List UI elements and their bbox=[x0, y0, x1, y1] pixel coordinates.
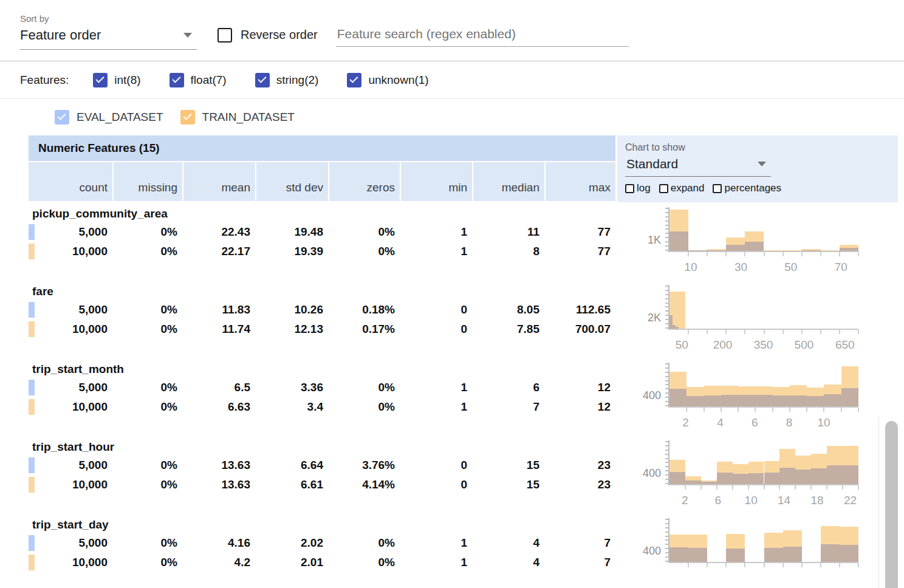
eval-color-chip bbox=[29, 457, 35, 473]
sort-order-select[interactable]: Feature order bbox=[20, 27, 197, 50]
stat-cell: 7 bbox=[544, 536, 615, 550]
x-axis-tick-label: 50 bbox=[784, 261, 797, 274]
x-axis-tick-label: 200 bbox=[713, 338, 733, 352]
histogram-plot[interactable] bbox=[668, 363, 858, 408]
y-axis-label: 400 bbox=[617, 518, 661, 563]
x-axis-tick-label: 650 bbox=[835, 338, 855, 352]
stat-cell: 12 bbox=[544, 400, 615, 414]
column-header-min: min bbox=[400, 162, 472, 201]
x-axis-tick bbox=[685, 485, 686, 490]
y-axis-label: 400 bbox=[617, 440, 661, 485]
stat-cell: 1 bbox=[400, 536, 472, 550]
table-title-band: Numeric Features (15) bbox=[29, 135, 615, 162]
train-dataset-checkbox[interactable] bbox=[180, 110, 195, 125]
stat-cell: 3.4 bbox=[255, 400, 328, 414]
overlap-bar bbox=[779, 468, 795, 484]
y-axis-tick bbox=[665, 208, 668, 209]
reverse-order-checkbox[interactable] bbox=[217, 28, 232, 43]
y-axis-tick bbox=[665, 372, 668, 373]
histogram-plot[interactable] bbox=[668, 285, 858, 330]
scrollbar-thumb[interactable] bbox=[885, 421, 898, 588]
float-checkbox[interactable] bbox=[170, 73, 184, 87]
overlap-bar bbox=[840, 545, 858, 562]
x-axis-tick bbox=[772, 408, 773, 412]
x-axis-tick bbox=[826, 485, 827, 490]
x-axis-tick bbox=[738, 408, 739, 412]
filter-string[interactable]: string(2) bbox=[255, 73, 319, 87]
filter-float[interactable]: float(7) bbox=[170, 73, 227, 87]
y-axis-tick bbox=[665, 303, 668, 304]
stat-cell: 0.17% bbox=[328, 323, 400, 336]
sort-by-label: Sort by bbox=[20, 13, 904, 24]
scrollbar-track[interactable] bbox=[878, 417, 904, 588]
overlap-bar bbox=[669, 547, 688, 562]
feature-name: trip_start_day bbox=[29, 516, 615, 533]
percentages-checkbox[interactable] bbox=[713, 184, 722, 193]
dataset-train[interactable]: TRAIN_DATASET bbox=[180, 110, 295, 125]
feature-histogram: 4002610141822 bbox=[617, 436, 900, 513]
histogram-plot[interactable] bbox=[668, 440, 858, 485]
x-axis-tick-label: 18 bbox=[811, 494, 824, 507]
y-axis-tick bbox=[665, 298, 668, 299]
column-header-max: max bbox=[544, 162, 615, 201]
x-axis-tick bbox=[810, 485, 812, 490]
y-axis-tick bbox=[665, 250, 668, 251]
sort-order-value: Feature order bbox=[20, 27, 101, 43]
histogram-plot[interactable] bbox=[668, 518, 858, 563]
dataset-eval[interactable]: EVAL_DATASET bbox=[55, 110, 163, 125]
chart-type-select[interactable]: Standard bbox=[625, 154, 771, 177]
chart-controls-panel: Chart to show Standard log expand percen… bbox=[617, 135, 898, 202]
stat-cell: 77 bbox=[544, 225, 615, 239]
overlap-bar bbox=[773, 395, 790, 406]
feature-name: pickup_community_area bbox=[29, 205, 615, 222]
x-axis-tick bbox=[801, 563, 803, 567]
feature-group: trip_start_hour5,0000%13.636.643.76%0152… bbox=[29, 436, 904, 513]
x-axis-tick bbox=[686, 408, 687, 412]
stat-cell: 1 bbox=[400, 225, 472, 239]
feature-search-input[interactable] bbox=[336, 24, 629, 46]
expand-checkbox[interactable] bbox=[659, 184, 668, 193]
eval-dataset-checkbox[interactable] bbox=[55, 110, 69, 125]
overlap-bar bbox=[726, 549, 745, 562]
x-axis-tick bbox=[764, 330, 765, 334]
y-axis-tick bbox=[665, 245, 668, 247]
x-axis-tick bbox=[744, 563, 745, 567]
toolbar: Sort by Feature order Reverse order bbox=[0, 0, 904, 61]
y-axis-tick bbox=[665, 315, 668, 316]
feature-stats: trip_start_day5,0000%4.162.020%14710,000… bbox=[29, 513, 615, 588]
stat-cell: 0% bbox=[112, 478, 182, 491]
overlap-bar bbox=[748, 473, 764, 484]
train-bar bbox=[821, 250, 840, 251]
stat-cell: 0% bbox=[112, 245, 182, 258]
stat-cell: 700.07 bbox=[544, 323, 615, 336]
y-axis-tick bbox=[665, 363, 668, 364]
column-header-zeros: zeros bbox=[328, 162, 400, 201]
overlap-bar bbox=[669, 231, 688, 251]
overlap-bar bbox=[688, 250, 707, 251]
unknown-checkbox[interactable] bbox=[347, 73, 361, 87]
log-checkbox[interactable] bbox=[625, 184, 634, 193]
x-axis-tick bbox=[725, 252, 727, 256]
x-axis-labels: 246810 bbox=[668, 416, 858, 431]
int-checkbox[interactable] bbox=[93, 73, 108, 87]
x-axis-tick-label: 2 bbox=[682, 416, 689, 429]
stat-cell: 2.02 bbox=[255, 536, 328, 550]
filter-int[interactable]: int(8) bbox=[93, 73, 140, 87]
histogram-plot[interactable] bbox=[668, 207, 858, 252]
x-axis-tick bbox=[744, 252, 745, 256]
train-stats-row: 10,0000%11.7412.130.17%07.85700.07 bbox=[29, 320, 615, 339]
x-axis-tick-label: 10 bbox=[817, 416, 830, 429]
x-axis-tick bbox=[795, 485, 796, 490]
filter-unknown[interactable]: unknown(1) bbox=[347, 73, 428, 87]
x-axis-tick bbox=[858, 485, 859, 490]
stat-cell: 6.5 bbox=[182, 381, 255, 394]
string-checkbox[interactable] bbox=[255, 73, 270, 87]
overlap-bar bbox=[669, 472, 685, 484]
y-axis-tick bbox=[665, 392, 668, 394]
train-stats-row: 10,0000%22.1719.390%1877 bbox=[29, 242, 615, 261]
x-axis-labels: 10305070 bbox=[668, 261, 858, 275]
y-axis-tick bbox=[665, 384, 668, 385]
train-color-chip bbox=[29, 399, 35, 415]
stat-cell: 8 bbox=[472, 245, 544, 258]
x-axis-tick bbox=[841, 408, 842, 412]
